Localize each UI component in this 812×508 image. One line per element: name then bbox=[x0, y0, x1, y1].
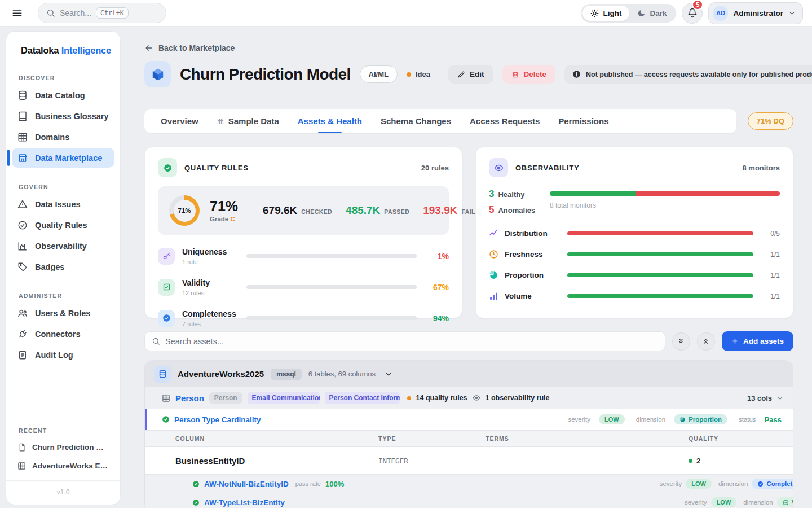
tabs-row: Overview Sample Data Assets & Health Sch… bbox=[144, 109, 793, 133]
column-row-businessentityid[interactable]: BusinessEntityID INTEGER 2 bbox=[145, 447, 793, 474]
datasource-name: AdventureWorks2025 bbox=[178, 369, 264, 379]
status-value: Pass bbox=[765, 415, 782, 424]
tab-overview[interactable]: Overview bbox=[161, 109, 198, 133]
sidebar-item-business-glossary[interactable]: Business Glossary bbox=[12, 106, 114, 126]
severity-badge: LOW bbox=[686, 479, 712, 489]
quality-rules-icon bbox=[158, 158, 177, 177]
cube-icon bbox=[151, 67, 165, 82]
status-badge: Idea bbox=[407, 70, 430, 78]
table-name-link[interactable]: Person bbox=[175, 393, 204, 403]
type-badge: AI/ML bbox=[360, 65, 398, 83]
add-assets-button[interactable]: Add assets bbox=[722, 331, 793, 351]
notification-count-badge: 5 bbox=[692, 0, 703, 10]
rule-name-link[interactable]: AW-NotNull-BizEntityID bbox=[204, 480, 289, 488]
dq-score-panel: 71% 71% Grade C 679.6KCHECKED 485.7KPASS… bbox=[158, 186, 449, 235]
dimension-row-uniqueness: Uniqueness1 rule 1% bbox=[158, 247, 449, 265]
sidebar-item-connectors[interactable]: Connectors bbox=[12, 324, 114, 344]
file-icon bbox=[17, 443, 26, 452]
sidebar-item-data-issues[interactable]: Data Issues bbox=[12, 194, 114, 214]
asset-search[interactable] bbox=[144, 331, 665, 351]
arrow-left-icon bbox=[144, 43, 153, 52]
storefront-icon bbox=[17, 153, 28, 163]
sidebar-item-audit-log[interactable]: Audit Log bbox=[12, 345, 114, 365]
table-row-person: Person Person Email Communication Pref P… bbox=[145, 387, 793, 409]
back-link[interactable]: Back to Marketplace bbox=[144, 43, 235, 52]
plus-icon bbox=[731, 338, 739, 345]
status-dot bbox=[407, 72, 411, 77]
monitor-row-volume: Volume 1/1 bbox=[489, 291, 780, 301]
tab-access-requests[interactable]: Access Requests bbox=[470, 109, 540, 133]
sidebar-item-domains[interactable]: Domains bbox=[12, 127, 114, 147]
dimension-badge: Validity bbox=[777, 497, 793, 507]
global-search-input[interactable]: Search... Ctrl+K bbox=[38, 3, 166, 23]
trash-icon bbox=[511, 71, 519, 78]
anomalies-stat: 5 Anomalies bbox=[489, 204, 542, 216]
quality-rules-title: QUALITY RULES bbox=[184, 164, 249, 172]
collapse-all-button[interactable] bbox=[672, 332, 690, 351]
tab-schema-changes[interactable]: Schema Changes bbox=[381, 109, 451, 133]
sidebar-item-badges[interactable]: Badges bbox=[12, 257, 114, 277]
chevron-down-icon bbox=[788, 10, 796, 17]
avatar: AD bbox=[713, 6, 728, 21]
edit-button[interactable]: Edit bbox=[448, 65, 493, 84]
table-icon bbox=[162, 394, 170, 402]
sidebar-item-users-roles[interactable]: Users & Roles bbox=[12, 303, 114, 323]
term-badge[interactable]: Person Contact Informatio bbox=[325, 392, 400, 404]
asset-panel: AdventureWorks2025 mssql 6 tables, 69 co… bbox=[144, 360, 793, 508]
rule-name-link[interactable]: AW-TypeList-BizEntity bbox=[204, 498, 285, 507]
checked-stat: 679.6KCHECKED bbox=[263, 204, 332, 217]
tab-assets-health[interactable]: Assets & Health bbox=[298, 109, 362, 133]
search-shortcut-kbd: Ctrl+K bbox=[96, 7, 129, 19]
theme-light-button[interactable]: Light bbox=[582, 6, 629, 21]
tab-sample-data[interactable]: Sample Data bbox=[217, 109, 279, 133]
tab-permissions[interactable]: Permissions bbox=[558, 109, 608, 133]
brand-logo-icon bbox=[15, 43, 16, 58]
bar-chart-icon bbox=[489, 291, 498, 301]
expand-all-button[interactable] bbox=[697, 332, 715, 351]
rule-name-link[interactable]: Person Type Cardinality bbox=[174, 415, 261, 424]
datasource-header[interactable]: AdventureWorks2025 mssql 6 tables, 69 co… bbox=[145, 361, 793, 387]
quality-rules-summary: 14 quality rules bbox=[416, 394, 467, 402]
hamburger-menu-icon[interactable] bbox=[9, 5, 25, 21]
sidebar-item-quality-rules[interactable]: Quality Rules bbox=[12, 215, 114, 235]
severity-badge: LOW bbox=[711, 497, 737, 507]
double-chevron-up-icon bbox=[702, 338, 709, 345]
theme-dark-button[interactable]: Dark bbox=[629, 6, 674, 21]
sidebar: Dataloka Intelligence DISCOVER Data Cata… bbox=[6, 31, 121, 505]
columns-toggle[interactable]: 13 cols bbox=[747, 394, 784, 402]
dq-grade: C bbox=[230, 216, 235, 222]
observability-summary: 1 observability rule bbox=[486, 394, 550, 402]
database-icon bbox=[154, 366, 171, 383]
term-badge[interactable]: Email Communication Pref bbox=[248, 392, 320, 404]
sidebar-item-data-marketplace[interactable]: Data Marketplace bbox=[12, 148, 114, 168]
sun-icon bbox=[590, 9, 599, 17]
schema-badge: Person bbox=[209, 392, 242, 404]
theme-toggle: Light Dark bbox=[581, 4, 676, 23]
delete-button[interactable]: Delete bbox=[502, 65, 556, 84]
user-menu[interactable]: AD Administrator bbox=[708, 2, 803, 24]
total-monitors-caption: 8 total monitors bbox=[550, 202, 780, 209]
section-title-administer: ADMINISTER bbox=[6, 283, 120, 303]
database-icon bbox=[17, 90, 28, 100]
dq-donut: 71% bbox=[169, 195, 200, 226]
notifications-button[interactable]: 5 bbox=[682, 3, 703, 24]
quality-status-dot bbox=[689, 459, 692, 463]
chevron-down-icon[interactable] bbox=[385, 370, 392, 378]
section-title-govern: GOVERN bbox=[6, 174, 120, 194]
recent-item-churn-prediction-model[interactable]: Churn Prediction Model bbox=[12, 438, 114, 456]
sidebar-item-data-catalog[interactable]: Data Catalog bbox=[12, 85, 114, 105]
page-title: Churn Prediction Model bbox=[180, 65, 351, 84]
columns-header: COLUMN TYPE TERMS QUALITY bbox=[145, 430, 793, 447]
sidebar-item-observability[interactable]: Observability bbox=[12, 236, 114, 256]
pie-icon bbox=[679, 417, 686, 423]
check-circle-icon bbox=[17, 220, 28, 230]
validity-bar bbox=[246, 285, 417, 289]
brand-name: Dataloka bbox=[21, 45, 59, 55]
checkbox-icon bbox=[783, 500, 789, 506]
table-icon bbox=[17, 462, 26, 470]
recent-item-adventureworks[interactable]: AdventureWorks Enterpr… bbox=[12, 457, 114, 475]
dq-score-badge: 71% DQ bbox=[748, 112, 793, 130]
check-circle-icon bbox=[158, 310, 175, 327]
dimension-row-completeness: Completeness7 rules 94% bbox=[158, 309, 449, 327]
asset-search-input[interactable] bbox=[165, 337, 658, 346]
